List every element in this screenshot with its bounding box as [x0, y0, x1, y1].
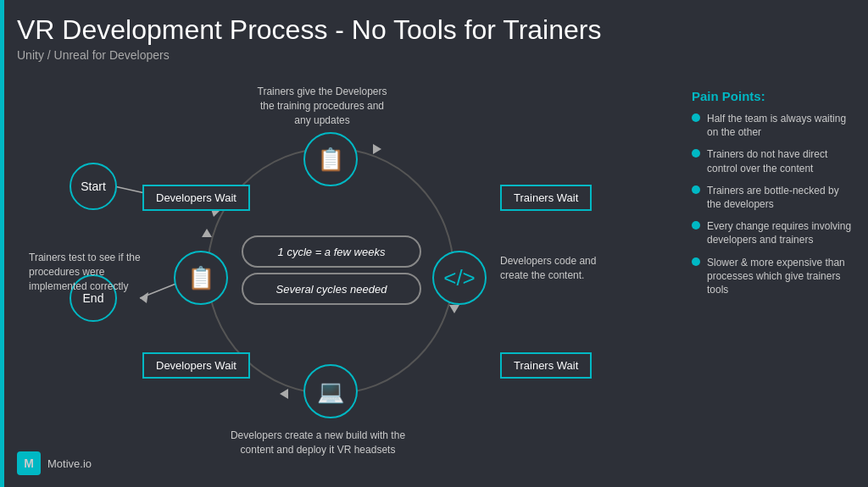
vr-icon: 💻 [303, 364, 358, 418]
pain-dot-2 [692, 149, 700, 158]
top-icon-node: 📋 [303, 132, 358, 186]
pain-dot-4 [692, 221, 700, 230]
checklist-icon: 📋 [174, 251, 228, 305]
bottom-annotation: Developers create a new build with the c… [220, 429, 415, 457]
pain-dot-5 [692, 257, 700, 266]
bottom-trainers-wait-box: Trainers Wait [500, 352, 592, 379]
pain-item-1: Half the team is always waiting on the o… [692, 112, 854, 139]
top-dev-wait-box: Developers Wait [142, 185, 250, 211]
right-annotation: Developers code and create the content. [500, 254, 610, 283]
pain-points-panel: Pain Points: Half the team is always wai… [692, 89, 854, 305]
logo-label: Motive.io [47, 457, 92, 470]
start-circle: Start [70, 163, 117, 210]
bottom-dev-wait-box: Developers Wait [142, 352, 250, 379]
page-subtitle: Unity / Unreal for Developers [17, 48, 601, 62]
pain-item-5: Slower & more expensive than processes w… [692, 256, 854, 297]
pain-item-3: Trainers are bottle-necked by the develo… [692, 184, 854, 211]
logo-icon: M [17, 451, 41, 475]
cycles-needed-ellipse: Several cycles needed [242, 273, 421, 305]
start-node: Start [70, 163, 117, 210]
pain-item-4: Every change requires involving develope… [692, 219, 854, 246]
pain-dot-1 [692, 113, 700, 122]
top-annotation: Trainers give the Developers the trainin… [254, 85, 390, 127]
cycle-ellipse: 1 cycle = a few weeks [242, 235, 421, 268]
header: VR Development Process - No Tools for Tr… [17, 15, 601, 62]
right-icon-node: </> [432, 251, 487, 305]
document-icon: 📋 [303, 132, 358, 186]
pain-item-2: Trainers do not have direct control over… [692, 147, 854, 174]
bottom-icon-node: 💻 [303, 364, 358, 418]
diagram-area: Start End 📋 </> 💻 📋 1 cycle = a few week… [17, 85, 661, 457]
footer: M Motive.io [17, 451, 92, 475]
top-trainers-wait-box: Trainers Wait [500, 185, 592, 211]
svg-marker-1 [373, 144, 381, 154]
page-title: VR Development Process - No Tools for Tr… [17, 15, 601, 45]
svg-marker-3 [280, 389, 288, 399]
svg-marker-4 [202, 229, 212, 237]
left-accent-bar [0, 0, 4, 487]
left-icon-node: 📋 [174, 251, 228, 305]
code-icon: </> [432, 251, 487, 305]
svg-marker-8 [140, 292, 148, 303]
left-annotation: Trainers test to see if the procedures w… [29, 251, 164, 293]
pain-dot-3 [692, 185, 700, 194]
svg-marker-2 [449, 305, 459, 313]
pain-points-title: Pain Points: [692, 89, 854, 103]
